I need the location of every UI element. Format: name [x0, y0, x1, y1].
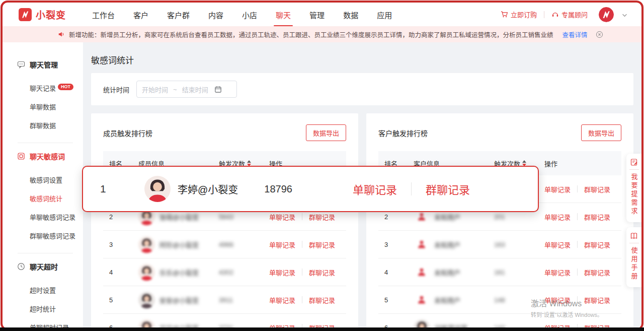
popup-group-chat-link[interactable]: 群聊记录: [426, 181, 470, 197]
group-chat-record-link[interactable]: 群聊记录: [584, 184, 610, 194]
feedback-side-button[interactable]: 我要提需求: [626, 154, 641, 222]
action-divider: [302, 213, 302, 220]
card-header: 成员触发排行榜数据导出: [91, 113, 358, 151]
chat-icon: [17, 60, 25, 69]
group-chat-record-link[interactable]: 群聊记录: [309, 268, 335, 277]
filter-card: 统计时间 开始时间 ~ 结束时间: [91, 73, 633, 105]
single-chat-record-link[interactable]: 单聊记录: [544, 323, 571, 328]
table-row: 6训练营运营...143单聊记录群聊记录: [378, 314, 621, 327]
row-avatar: [138, 264, 155, 281]
sidebar-item[interactable]: 单聊超时记录: [3, 318, 83, 327]
sidebar-item[interactable]: 超时统计: [3, 299, 83, 318]
row-info: 宁宁@小裂变: [138, 319, 219, 328]
sidebar-item-label: 超时统计: [30, 305, 56, 313]
nav-item-3[interactable]: 客户群: [167, 3, 190, 26]
chevron-down-icon[interactable]: [622, 10, 627, 19]
sidebar-section-title[interactable]: 聊天管理: [3, 59, 83, 70]
single-chat-record-link[interactable]: 单聊记录: [544, 240, 571, 249]
close-icon[interactable]: [596, 31, 603, 38]
row-rank: 5: [109, 296, 138, 304]
table-row: 3未知用户163单聊记录群聊记录: [378, 231, 621, 258]
manual-side-button[interactable]: 使用手册: [626, 227, 641, 287]
nav-item-4[interactable]: 内容: [208, 3, 223, 26]
group-chat-record-link[interactable]: 群聊记录: [584, 295, 610, 305]
group-chat-record-link[interactable]: 群聊记录: [309, 212, 335, 222]
sidebar-divider: [18, 143, 73, 143]
nav-item-7[interactable]: 管理: [309, 3, 325, 26]
nav-item-5[interactable]: 小店: [242, 3, 257, 26]
single-chat-record-link[interactable]: 单聊记录: [544, 295, 571, 305]
advisor-label: 专属顾问: [561, 10, 588, 19]
single-chat-record-link[interactable]: 单聊记录: [269, 240, 295, 249]
nav-item-8[interactable]: 数据: [343, 3, 358, 26]
sidebar-item[interactable]: 超时设置: [3, 281, 83, 299]
table-row: 5安安@小裂变3911单聊记录群聊记录: [103, 286, 346, 314]
row-name: 张萌@小裂变: [159, 212, 199, 222]
nav-item-2[interactable]: 客户: [133, 3, 148, 26]
nav-item-1[interactable]: 工作台: [92, 3, 115, 26]
black-bottom-bar: [0, 327, 644, 331]
row-actions: 单聊记录群聊记录: [544, 212, 615, 222]
row-count: 201: [494, 213, 544, 221]
popup-single-chat-link[interactable]: 单聊记录: [353, 181, 397, 197]
group-chat-record-link[interactable]: 群聊记录: [584, 323, 610, 328]
single-chat-record-link[interactable]: 单聊记录: [269, 295, 295, 305]
row-actions: 单聊记录群聊记录: [544, 295, 615, 305]
action-divider: [577, 269, 578, 276]
order-now-button[interactable]: 立即订购: [501, 10, 537, 19]
sidebar-item[interactable]: 聊天记录HOT: [3, 79, 83, 97]
action-divider: [302, 269, 302, 276]
card-title: 客户触发排行榜: [378, 128, 428, 138]
sidebar-item[interactable]: 群聊数据: [3, 116, 83, 135]
single-chat-record-link[interactable]: 单聊记录: [269, 212, 295, 222]
sidebar-section-title[interactable]: 聊天超时: [3, 261, 83, 272]
table-row: 5未知用户148单聊记录群聊记录: [378, 286, 621, 314]
single-chat-record-link[interactable]: 单聊记录: [544, 212, 571, 222]
sidebar-item[interactable]: 单聊数据: [3, 97, 83, 116]
person-icon: [417, 239, 427, 249]
sidebar-item-label: 敏感词统计: [30, 195, 62, 203]
user-avatar[interactable]: [599, 7, 614, 22]
sidebar-item[interactable]: 群聊敏感词记录: [3, 226, 83, 245]
group-chat-record-link[interactable]: 群聊记录: [584, 268, 610, 277]
brand-logo[interactable]: 小裂变: [19, 8, 66, 21]
sidebar-item-label: 敏感词设置: [30, 176, 62, 184]
single-chat-record-link[interactable]: 单聊记录: [544, 268, 571, 277]
row-actions: 单聊记录群聊记录: [269, 268, 340, 277]
export-data-button[interactable]: 数据导出: [306, 124, 346, 141]
single-chat-record-link[interactable]: 单聊记录: [544, 184, 571, 194]
action-divider: [302, 241, 302, 248]
person-icon: [417, 267, 427, 277]
table-row: 3阿珍@小裂变4966单聊记录群聊记录: [103, 231, 346, 258]
single-chat-record-link[interactable]: 单聊记录: [269, 268, 295, 277]
sidebar: 聊天管理聊天记录HOT单聊数据群聊数据聊天敏感词敏感词设置敏感词统计单聊敏感词记…: [3, 42, 83, 327]
group-chat-record-link[interactable]: 群聊记录: [584, 212, 610, 222]
sidebar-section-label: 聊天管理: [30, 59, 58, 70]
clock-icon: [17, 262, 25, 271]
sidebar-item[interactable]: 单聊敏感词记录: [3, 208, 83, 226]
side-button-label: 使用手册: [629, 243, 639, 281]
group-chat-record-link[interactable]: 群聊记录: [309, 295, 335, 305]
col-ops: 操作: [544, 159, 615, 168]
advisor-button[interactable]: 专属顾问: [551, 10, 588, 19]
main-nav: 工作台客户客户群内容小店聊天管理数据应用: [92, 3, 392, 26]
sidebar-section-title[interactable]: 聊天敏感词: [3, 151, 83, 161]
nav-item-9[interactable]: 应用: [377, 3, 392, 26]
sidebar-section-label: 聊天敏感词: [30, 151, 65, 161]
single-chat-record-link[interactable]: 单聊记录: [269, 323, 295, 328]
announcement-bar: 新增功能：新增员工分析，商家可在系统后台查看员工数据，通过员工轨迹、员工跟进、员…: [3, 26, 641, 42]
group-chat-record-link[interactable]: 群聊记录: [309, 240, 335, 249]
date-range-input[interactable]: 开始时间 ~ 结束时间: [136, 81, 237, 98]
sidebar-item[interactable]: 敏感词统计: [3, 189, 83, 208]
group-chat-record-link[interactable]: 群聊记录: [309, 323, 335, 328]
row-info: 阿珍@小裂变: [138, 236, 219, 253]
nav-item-6[interactable]: 聊天: [276, 3, 291, 26]
view-details-link[interactable]: 查看详情: [562, 30, 588, 39]
row-name: 阿珍@小裂变: [159, 240, 199, 249]
group-chat-record-link[interactable]: 群聊记录: [584, 240, 610, 249]
action-divider: [302, 296, 302, 303]
row-actions: 单聊记录群聊记录: [269, 323, 340, 328]
row-info: 未知用户: [414, 212, 494, 222]
sidebar-item[interactable]: 敏感词设置: [3, 170, 83, 189]
export-data-button[interactable]: 数据导出: [581, 124, 621, 141]
